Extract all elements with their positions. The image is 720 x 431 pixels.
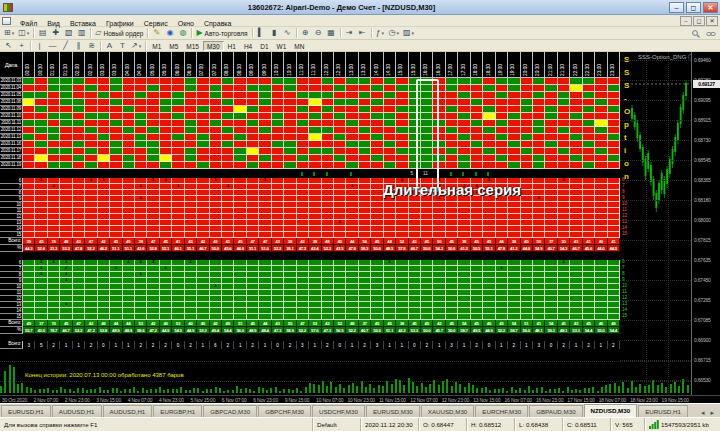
auto-scroll-button[interactable]: ⇥ [343, 28, 356, 39]
timeframe-button-m30[interactable]: M30 [203, 41, 224, 51]
chart-tab-audusd-h1[interactable]: AUDUSD,H1 [103, 405, 153, 417]
volume-bar [682, 379, 684, 393]
horizontal-line-icon: — [49, 41, 57, 51]
mdi-minimize-button[interactable]: – [680, 16, 692, 26]
tab-scroll-left-icon[interactable]: ◂ [698, 409, 708, 417]
grid-line [620, 240, 691, 241]
chart-tab-eurchf-m30[interactable]: EURCHF,M30 [475, 405, 528, 417]
chart-tab-xauusd-m30[interactable]: XAUUSD,M30 [421, 405, 475, 417]
totals-row-label: Всего: [0, 341, 23, 349]
link-icon[interactable] [706, 24, 716, 42]
total-value-cell: 50.0 [446, 327, 458, 334]
heatmap-cell [284, 78, 296, 85]
expert-advisors-icon: ◉ [166, 28, 173, 38]
periods-button[interactable]: ◷▾ [387, 28, 402, 39]
line-chart-button[interactable]: ∿ [281, 28, 294, 39]
terminal-button[interactable]: ▥ [75, 28, 88, 39]
text-button[interactable]: A [103, 40, 116, 51]
channel-button[interactable]: ∥ [72, 40, 85, 51]
volume-bar [313, 384, 315, 393]
volume-bar [468, 383, 470, 393]
chart-tab-usdchf-m30[interactable]: USDCHF,M30 [312, 405, 365, 417]
status-profile[interactable]: Default [312, 418, 360, 431]
chart-tab-eurusd-h1[interactable]: EURUSD,H1 [638, 405, 688, 417]
navigator-button[interactable]: ▧ [62, 28, 75, 39]
timeframe-button-h1[interactable]: H1 [224, 41, 240, 51]
chart-tab-eurgbp-h1[interactable]: EURGBP,H1 [153, 405, 202, 417]
expert-advisors-button[interactable]: ◉ [163, 28, 176, 39]
chart-tab-audusd-h1[interactable]: AUDUSD,H1 [52, 405, 102, 417]
crosshair-button[interactable]: + [15, 40, 28, 51]
tab-scroll-right-icon[interactable]: ▸ [707, 409, 717, 417]
candle-tick [475, 172, 477, 176]
bottom-total-cell: 1 [570, 341, 582, 349]
minimize-button[interactable]: – [669, 2, 684, 13]
chart-tab-nzdusd-m30[interactable]: NZDUSD,M30 [584, 404, 638, 417]
total-value-cell: 40 [595, 320, 607, 327]
templates-button[interactable]: ▨▾ [401, 28, 416, 39]
heatmap-cell [48, 141, 60, 148]
timeframe-button-m1[interactable]: M1 [148, 41, 165, 51]
horizontal-line-button[interactable]: — [46, 40, 59, 51]
chart-tab-eurusd-h1[interactable]: EURUSD,H1 [1, 405, 51, 417]
trendline-button[interactable]: ╱ [59, 40, 72, 51]
candlestick-chart-button[interactable]: ▮ [268, 28, 281, 39]
arrows-button[interactable]: ↗▾ [129, 40, 143, 51]
total-value-cell: 59.3 [545, 327, 557, 334]
heatmap-cell [558, 106, 570, 113]
timeframe-button-d1[interactable]: D1 [256, 41, 272, 51]
heatmap-cell [359, 155, 371, 162]
chart-tab-gbpcad-m30[interactable]: GBPCAD,M30 [203, 405, 257, 417]
heatmap-cell [309, 148, 321, 155]
timeframe-button-w1[interactable]: W1 [273, 41, 291, 51]
profiles-button[interactable]: ◫▾ [16, 28, 31, 39]
new-order-button[interactable]: ▱Новый ордер [93, 28, 145, 39]
metaeditor-button[interactable]: ✎ [150, 28, 163, 39]
indicators-button[interactable]: ƒ▾ [374, 28, 387, 39]
data-window-button[interactable]: ✚ [49, 28, 62, 39]
total-value-cell: 40 [521, 238, 533, 245]
chart-tab-gbpchf-m30[interactable]: GBPCHF,M30 [258, 405, 311, 417]
heatmap-cell [48, 162, 60, 169]
chart-shift-button[interactable]: ⇤ [356, 28, 369, 39]
heatmap-cell [334, 141, 346, 148]
timeframe-button-mn[interactable]: MN [290, 41, 308, 51]
total-value-cell: 37 [545, 238, 557, 245]
bottom-total-cell: 1 [595, 341, 607, 349]
fibonacci-button[interactable]: ≋ [85, 40, 98, 51]
restore-button[interactable]: ◻ [686, 2, 701, 13]
timeframe-button-m15[interactable]: M15 [182, 41, 203, 51]
total-value-cell: 52.2 [346, 327, 358, 334]
cursor-button[interactable]: ↖ [2, 40, 15, 51]
community-button[interactable]: ◍ [176, 28, 189, 39]
total-value-cell: 51.1 [110, 245, 122, 252]
heatmap-cell [322, 134, 334, 141]
close-button[interactable]: ✕ [703, 2, 718, 13]
zoom-out-button[interactable]: ⊖ [312, 28, 325, 39]
heatmap-cell [247, 141, 259, 148]
zoom-in-button[interactable]: ⊕ [299, 28, 312, 39]
market-watch-button[interactable]: ▤ [36, 28, 49, 39]
timeframe-button-m5[interactable]: M5 [165, 41, 182, 51]
autotrading-button[interactable]: ▶Авто-торговля [194, 28, 249, 39]
chart-tab-eurusd-m30[interactable]: EURUSD,M30 [366, 405, 420, 417]
price-scale[interactable]: 0.694600.692800.690950.689150.687300.685… [691, 52, 720, 395]
vertical-line-button[interactable]: | [33, 40, 46, 51]
heatmap-cell [98, 92, 110, 99]
heatmap-cell [172, 127, 184, 134]
time-header-cell: 15:30 [409, 52, 421, 78]
heatmap-cell [458, 120, 470, 127]
search-icon[interactable] [692, 24, 700, 42]
timeframe-button-h4[interactable]: H4 [240, 41, 256, 51]
text-label-button[interactable]: T [116, 40, 129, 51]
heatmap-cell [247, 134, 259, 141]
bottom-total-cell: 1 [259, 341, 271, 349]
chart-area[interactable]: ▾ Дата00:0000:3001:0001:3002:0002:3003:0… [0, 52, 720, 395]
bar-chart-button[interactable]: ▍ [255, 28, 268, 39]
chart-window-icon[interactable] [2, 17, 11, 25]
time-axis[interactable]: 30 Oct 20202 Nov 07:002 Nov 23:003 Nov 1… [0, 395, 720, 403]
chart-tab-gbpaud-m30[interactable]: GBPAUD,M30 [529, 405, 582, 417]
new-chart-button[interactable]: ⊞▾ [2, 28, 16, 39]
time-header-cell: 19:00 [496, 52, 508, 78]
tile-windows-button[interactable]: ▦ [325, 28, 338, 39]
